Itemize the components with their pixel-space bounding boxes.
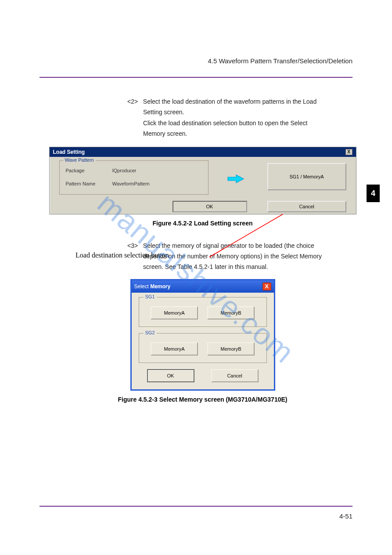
dialog-titlebar: Load Setting X — [50, 147, 356, 157]
ok-button[interactable]: OK — [173, 201, 247, 212]
dialog-title: Load Setting — [53, 149, 85, 155]
select-memory-dialog: Select Memory X SG1 MemoryA MemoryB SG2 … — [130, 279, 275, 391]
arrow-icon — [227, 174, 244, 183]
intro-text-block: <2> Select the load destination of the w… — [127, 97, 357, 139]
load-setting-dialog: Load Setting X Wave Pattern Package IQpr… — [49, 147, 356, 214]
sg1-legend: SG1 — [144, 294, 157, 299]
callout-label: Load destination selection button — [76, 251, 169, 259]
figure-caption: Figure 4.5.2-2 Load Setting screen — [48, 220, 357, 227]
header-rule — [40, 77, 352, 78]
footer-rule — [40, 506, 352, 507]
step-num: <2> — [127, 98, 138, 105]
sg2-legend: SG2 — [144, 330, 157, 335]
mid-line: Select the memory of signal generator to… — [143, 242, 314, 249]
sg1-memory-a-button[interactable]: MemoryA — [151, 306, 198, 319]
wave-pattern-fieldset: Wave Pattern Package IQproducer Pattern … — [59, 160, 209, 195]
ok-button[interactable]: OK — [147, 369, 194, 382]
cancel-button[interactable]: Cancel — [267, 201, 346, 212]
sg1-group: SG1 MemoryA MemoryB — [139, 297, 267, 327]
page-number: 4-51 — [339, 512, 352, 520]
intro-line: Setting screen. — [143, 107, 357, 117]
dialog-title-bold: Memory — [150, 283, 170, 290]
sg2-memory-b-button[interactable]: MemoryB — [207, 342, 255, 355]
intro-line: Select the load destination of the wavef… — [143, 98, 316, 105]
sg2-memory-a-button[interactable]: MemoryA — [151, 342, 198, 355]
pattern-name-value: WaveformPattern — [112, 181, 150, 186]
intro-line: Memory screen. — [143, 129, 357, 138]
mid-line: screen. See Table 4.5.2-1 later in this … — [143, 262, 357, 272]
figure-caption: Figure 4.5.2-3 Select Memory screen (MG3… — [48, 396, 357, 403]
close-icon[interactable]: X — [263, 283, 271, 290]
close-icon[interactable]: X — [345, 149, 352, 155]
intro-line: Click the load destination selection but… — [143, 118, 357, 128]
package-value: IQproducer — [112, 168, 137, 173]
dialog-titlebar: Select Memory X — [132, 280, 274, 293]
load-destination-button[interactable]: SG1 / MemoryA — [267, 163, 346, 190]
package-label: Package — [66, 168, 85, 173]
pattern-name-label: Pattern Name — [66, 181, 96, 186]
sg1-memory-b-button[interactable]: MemoryB — [207, 306, 255, 319]
sg2-group: SG2 MemoryA MemoryB — [139, 333, 267, 363]
chapter-tab: 4 — [367, 185, 380, 202]
step-num: <3> — [127, 242, 138, 249]
fieldset-legend: Wave Pattern — [63, 157, 96, 163]
cancel-button[interactable]: Cancel — [211, 369, 259, 382]
section-header: 4.5 Waveform Pattern Transfer/Selection/… — [208, 57, 352, 65]
mid-line: depends on the number of Memory options)… — [143, 251, 357, 261]
dialog-title-prefix: Select — [134, 283, 151, 290]
